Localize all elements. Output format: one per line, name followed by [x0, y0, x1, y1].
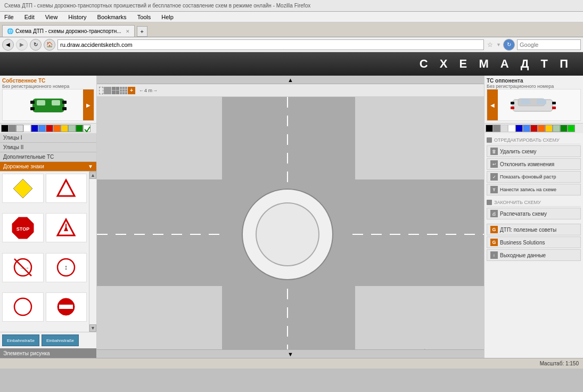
- tool-grid3[interactable]: [120, 87, 127, 94]
- color-black[interactable]: [1, 125, 9, 132]
- svg-rect-62: [511, 102, 514, 104]
- scale-arrow-left: ←: [139, 88, 144, 93]
- sign-no-entry-ahead[interactable]: [2, 292, 44, 322]
- back-button[interactable]: ◀: [2, 39, 14, 51]
- new-tab-button[interactable]: +: [137, 26, 147, 37]
- category-streets-2[interactable]: Улицы II: [0, 143, 96, 152]
- right-color-black[interactable]: [486, 125, 493, 132]
- search-input[interactable]: [517, 39, 581, 50]
- dtp-tips-button[interactable]: G ДТП: полезные советы: [487, 224, 581, 235]
- opponent-vehicle-svg: [510, 93, 558, 117]
- tool-add[interactable]: +: [128, 87, 135, 94]
- right-color-gray[interactable]: [493, 125, 500, 132]
- canvas-scroll-down[interactable]: ▼: [97, 349, 484, 358]
- right-color-orange[interactable]: [538, 125, 545, 132]
- sign-give-way[interactable]: [46, 174, 87, 203]
- sign-circulation[interactable]: ↕: [46, 253, 87, 282]
- app-header: С Х Е М А Д Т П: [0, 52, 583, 76]
- sign-priority[interactable]: [2, 174, 44, 203]
- tool-dashed[interactable]: [99, 87, 103, 94]
- menu-view[interactable]: View: [43, 13, 60, 21]
- sign-warning[interactable]: [46, 213, 87, 242]
- favicon: 🌐: [7, 28, 13, 34]
- category-streets-1[interactable]: Улицы I: [0, 133, 96, 143]
- scroll-down[interactable]: ▼: [89, 324, 96, 332]
- color-red[interactable]: [46, 125, 53, 132]
- color-green[interactable]: [76, 125, 83, 132]
- color-lightgreen[interactable]: [68, 125, 76, 132]
- canvas-scroll-up[interactable]: ▲: [97, 76, 484, 84]
- output-data-button[interactable]: i Выходные данные: [487, 249, 581, 261]
- home-button[interactable]: 🏠: [44, 39, 55, 51]
- svg-rect-60: [521, 99, 530, 104]
- tab-close[interactable]: ✕: [126, 29, 130, 34]
- background-icon: ✓: [490, 173, 498, 181]
- svg-rect-61: [537, 99, 546, 104]
- right-color-red[interactable]: [530, 125, 538, 132]
- color-gray[interactable]: [9, 125, 16, 132]
- svg-text:STOP: STOP: [17, 226, 29, 232]
- color-orange[interactable]: [53, 125, 61, 132]
- signs-grid: STOP →→: [0, 172, 89, 332]
- prev-opponent-button[interactable]: ◀: [487, 89, 498, 120]
- sign-no-overtake[interactable]: →→: [2, 253, 44, 282]
- menu-bookmarks[interactable]: Bookmarks: [95, 13, 129, 21]
- right-color-darkblue[interactable]: [515, 125, 523, 132]
- delete-scheme-button[interactable]: 🗑 Удалить схему: [487, 145, 581, 157]
- signs-scrollbar[interactable]: ▲ ▼: [89, 172, 96, 332]
- print-scheme-button[interactable]: 🖨 Распечатать схему: [487, 208, 581, 219]
- color-yellow[interactable]: [61, 125, 68, 132]
- color-checked[interactable]: [83, 125, 91, 132]
- delete-icon: 🗑: [490, 148, 498, 155]
- business-solutions-button[interactable]: G Business Solutions: [487, 236, 581, 248]
- color-lightgray[interactable]: [16, 125, 23, 132]
- right-color-lightgray[interactable]: [500, 125, 508, 132]
- discard-changes-button[interactable]: ↩ Отклонить изменения: [487, 158, 581, 170]
- finish-icon: [487, 200, 492, 205]
- reload-button[interactable]: ↻: [30, 39, 42, 51]
- right-color-lightgreen[interactable]: [553, 125, 560, 132]
- menu-history[interactable]: History: [66, 13, 88, 21]
- url-input[interactable]: [58, 39, 484, 50]
- right-color-blue[interactable]: [523, 125, 530, 132]
- show-background-button[interactable]: ✓ Показать фоновый растр: [487, 171, 581, 183]
- svg-point-32: [257, 203, 318, 265]
- bookmark-star[interactable]: ☆: [486, 41, 494, 48]
- opponent-vehicle-preview: ◀: [487, 89, 581, 121]
- sign-einbahn-1[interactable]: Einbahnstraße: [2, 334, 39, 346]
- menu-tools[interactable]: Tools: [135, 13, 153, 21]
- edit-icon: [487, 137, 492, 143]
- elements-label: Элементы рисунка: [0, 348, 96, 358]
- menu-help[interactable]: Help: [159, 13, 176, 21]
- status-bar: Масштаб: 1:150: [0, 358, 583, 369]
- sign-einbahn-2[interactable]: Einbahnstraße: [42, 334, 79, 346]
- color-blue[interactable]: [38, 125, 46, 132]
- svg-rect-26: [352, 283, 484, 358]
- right-color-yellow[interactable]: [545, 125, 553, 132]
- scroll-up[interactable]: ▲: [89, 172, 96, 179]
- menu-file[interactable]: File: [2, 13, 16, 21]
- finish-section-label: ЗАКОНЧИТЬ СХЕМУ: [487, 199, 581, 207]
- sign-stop[interactable]: STOP: [2, 213, 44, 242]
- forward-button[interactable]: ▶: [16, 39, 28, 51]
- sign-no-entry[interactable]: [46, 292, 87, 322]
- ssl-indicator: ▼: [496, 42, 501, 47]
- tool-grid2[interactable]: [112, 87, 119, 94]
- opponent-vehicle-colors: [485, 123, 583, 133]
- category-additional-vehicles[interactable]: Дополнительные ТС: [0, 152, 96, 162]
- right-color-white[interactable]: [508, 125, 515, 132]
- svg-rect-21: [59, 305, 73, 309]
- add-text-button[interactable]: T Нанести запись на схеме: [487, 184, 581, 195]
- tool-grid1[interactable]: [104, 87, 111, 94]
- right-color-brightgreen[interactable]: [568, 125, 575, 132]
- refresh-button[interactable]: ↻: [503, 39, 515, 51]
- category-road-signs[interactable]: Дорожные знаки ▼: [0, 162, 96, 172]
- color-white[interactable]: [23, 125, 31, 132]
- right-color-green[interactable]: [560, 125, 568, 132]
- menu-edit[interactable]: Edit: [22, 13, 37, 21]
- browser-tab[interactable]: 🌐 Схема ДТП - схемы дорожно-транспортн..…: [2, 25, 135, 37]
- own-vehicle-section: Собственное ТС Без регистрационного номе…: [0, 76, 96, 123]
- next-vehicle-button[interactable]: ▶: [83, 89, 94, 120]
- own-vehicle-label: Собственное ТС: [2, 78, 94, 84]
- color-darkblue[interactable]: [31, 125, 38, 132]
